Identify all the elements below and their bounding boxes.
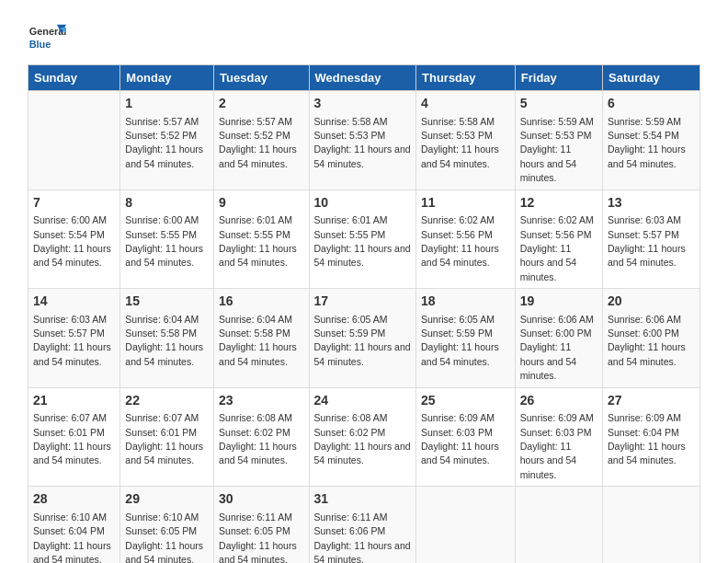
sunset-text: Sunset: 6:05 PM xyxy=(219,525,290,536)
header-cell-tuesday: Tuesday xyxy=(214,65,309,91)
day-number: 22 xyxy=(125,392,209,410)
daylight-text: Daylight: 11 hours and 54 minutes. xyxy=(608,441,686,465)
daylight-text: Daylight: 11 hours and 54 minutes. xyxy=(219,341,297,366)
calendar-cell: 22Sunrise: 6:07 AMSunset: 6:01 PMDayligh… xyxy=(120,387,214,487)
sunrise-text: Sunrise: 6:04 AM xyxy=(219,314,292,325)
header-cell-thursday: Thursday xyxy=(416,65,516,91)
calendar-body: 1Sunrise: 5:57 AMSunset: 5:52 PMDaylight… xyxy=(28,91,700,564)
calendar-cell: 14Sunrise: 6:03 AMSunset: 5:57 PMDayligh… xyxy=(28,289,120,388)
daylight-text: Daylight: 11 hours and 54 minutes. xyxy=(33,441,111,465)
sunset-text: Sunset: 5:53 PM xyxy=(520,130,592,141)
calendar-cell: 26Sunrise: 6:09 AMSunset: 6:03 PMDayligh… xyxy=(515,387,602,487)
day-number: 12 xyxy=(520,194,597,213)
sunrise-text: Sunrise: 6:07 AM xyxy=(125,412,199,423)
day-number: 11 xyxy=(421,194,510,213)
sunset-text: Sunset: 5:58 PM xyxy=(125,327,197,339)
sunset-text: Sunset: 5:55 PM xyxy=(219,229,290,240)
daylight-text: Daylight: 11 hours and 54 minutes. xyxy=(314,144,411,168)
sunset-text: Sunset: 6:01 PM xyxy=(33,427,105,438)
sunrise-text: Sunrise: 6:09 AM xyxy=(421,412,495,423)
sunset-text: Sunset: 5:55 PM xyxy=(125,229,197,240)
calendar-cell: 7Sunrise: 6:00 AMSunset: 5:54 PMDaylight… xyxy=(28,190,120,289)
sunset-text: Sunset: 5:57 PM xyxy=(608,229,679,240)
week-row-5: 28Sunrise: 6:10 AMSunset: 6:04 PMDayligh… xyxy=(28,487,700,563)
sunset-text: Sunset: 5:52 PM xyxy=(219,130,290,141)
calendar-cell: 15Sunrise: 6:04 AMSunset: 5:58 PMDayligh… xyxy=(120,289,214,388)
header-cell-saturday: Saturday xyxy=(603,65,700,91)
day-number: 10 xyxy=(314,194,411,213)
calendar-cell xyxy=(28,91,120,190)
header-row: SundayMondayTuesdayWednesdayThursdayFrid… xyxy=(28,65,700,91)
sunset-text: Sunset: 5:58 PM xyxy=(219,327,290,339)
day-number: 6 xyxy=(608,95,695,113)
sunrise-text: Sunrise: 6:02 AM xyxy=(520,214,594,225)
day-number: 23 xyxy=(219,392,303,410)
day-number: 4 xyxy=(421,95,510,113)
sunrise-text: Sunrise: 5:59 AM xyxy=(608,116,681,127)
calendar-cell: 20Sunrise: 6:06 AMSunset: 6:00 PMDayligh… xyxy=(603,289,700,388)
sunset-text: Sunset: 6:04 PM xyxy=(33,525,105,536)
calendar-cell: 29Sunrise: 6:10 AMSunset: 6:05 PMDayligh… xyxy=(120,487,214,563)
sunrise-text: Sunrise: 6:09 AM xyxy=(608,412,681,423)
sunrise-text: Sunrise: 5:58 AM xyxy=(421,116,495,127)
calendar-cell: 19Sunrise: 6:06 AMSunset: 6:00 PMDayligh… xyxy=(515,289,602,388)
calendar-cell: 18Sunrise: 6:05 AMSunset: 5:59 PMDayligh… xyxy=(416,289,516,388)
calendar-cell xyxy=(603,487,700,563)
calendar-cell: 9Sunrise: 6:01 AMSunset: 5:55 PMDaylight… xyxy=(214,190,309,289)
daylight-text: Daylight: 11 hours and 54 minutes. xyxy=(219,441,297,465)
sunset-text: Sunset: 5:55 PM xyxy=(314,229,386,240)
sunset-text: Sunset: 6:02 PM xyxy=(314,427,386,438)
calendar-cell xyxy=(515,487,602,563)
sunset-text: Sunset: 5:56 PM xyxy=(520,229,592,240)
daylight-text: Daylight: 11 hours and 54 minutes. xyxy=(421,243,499,268)
sunset-text: Sunset: 6:01 PM xyxy=(125,427,197,438)
calendar-cell: 10Sunrise: 6:01 AMSunset: 5:55 PMDayligh… xyxy=(309,190,415,289)
daylight-text: Daylight: 11 hours and 54 minutes. xyxy=(219,144,297,168)
daylight-text: Daylight: 11 hours and 54 minutes. xyxy=(520,341,576,381)
sunset-text: Sunset: 6:00 PM xyxy=(520,327,592,339)
calendar-cell: 24Sunrise: 6:08 AMSunset: 6:02 PMDayligh… xyxy=(309,387,415,487)
day-number: 5 xyxy=(520,95,597,113)
daylight-text: Daylight: 11 hours and 54 minutes. xyxy=(314,540,411,563)
page-header: General Blue xyxy=(28,18,700,57)
day-number: 14 xyxy=(33,293,115,311)
header-cell-sunday: Sunday xyxy=(28,65,120,91)
daylight-text: Daylight: 11 hours and 54 minutes. xyxy=(219,243,297,268)
calendar-cell: 3Sunrise: 5:58 AMSunset: 5:53 PMDaylight… xyxy=(309,91,415,190)
day-number: 8 xyxy=(125,194,209,213)
sunset-text: Sunset: 5:52 PM xyxy=(125,130,197,141)
sunset-text: Sunset: 5:54 PM xyxy=(608,130,679,141)
day-number: 16 xyxy=(219,293,303,311)
sunset-text: Sunset: 6:05 PM xyxy=(125,525,197,536)
day-number: 20 xyxy=(608,293,695,311)
day-number: 17 xyxy=(314,293,411,311)
sunset-text: Sunset: 5:59 PM xyxy=(314,327,386,339)
day-number: 13 xyxy=(608,194,695,213)
calendar-cell: 21Sunrise: 6:07 AMSunset: 6:01 PMDayligh… xyxy=(28,387,120,487)
calendar-cell xyxy=(416,487,516,563)
daylight-text: Daylight: 11 hours and 54 minutes. xyxy=(33,341,111,366)
calendar-cell: 17Sunrise: 6:05 AMSunset: 5:59 PMDayligh… xyxy=(309,289,415,388)
logo: General Blue xyxy=(28,18,70,57)
calendar-cell: 13Sunrise: 6:03 AMSunset: 5:57 PMDayligh… xyxy=(603,190,700,289)
header-cell-friday: Friday xyxy=(515,65,602,91)
day-number: 26 xyxy=(520,392,597,410)
sunrise-text: Sunrise: 6:00 AM xyxy=(33,214,107,225)
daylight-text: Daylight: 11 hours and 54 minutes. xyxy=(314,341,411,366)
calendar-cell: 12Sunrise: 6:02 AMSunset: 5:56 PMDayligh… xyxy=(515,190,602,289)
sunrise-text: Sunrise: 6:05 AM xyxy=(314,314,388,325)
header-cell-wednesday: Wednesday xyxy=(309,65,415,91)
calendar-cell: 16Sunrise: 6:04 AMSunset: 5:58 PMDayligh… xyxy=(214,289,309,388)
sunrise-text: Sunrise: 6:01 AM xyxy=(314,214,388,225)
day-number: 21 xyxy=(33,392,115,410)
sunrise-text: Sunrise: 6:03 AM xyxy=(33,314,107,325)
calendar-cell: 4Sunrise: 5:58 AMSunset: 5:53 PMDaylight… xyxy=(416,91,516,190)
sunset-text: Sunset: 5:54 PM xyxy=(33,229,105,240)
calendar-cell: 2Sunrise: 5:57 AMSunset: 5:52 PMDaylight… xyxy=(214,91,309,190)
calendar-table: SundayMondayTuesdayWednesdayThursdayFrid… xyxy=(28,64,700,563)
daylight-text: Daylight: 11 hours and 54 minutes. xyxy=(608,243,686,268)
sunrise-text: Sunrise: 6:01 AM xyxy=(219,214,292,225)
daylight-text: Daylight: 11 hours and 54 minutes. xyxy=(421,341,499,366)
daylight-text: Daylight: 11 hours and 54 minutes. xyxy=(33,243,111,268)
day-number: 1 xyxy=(125,95,209,113)
